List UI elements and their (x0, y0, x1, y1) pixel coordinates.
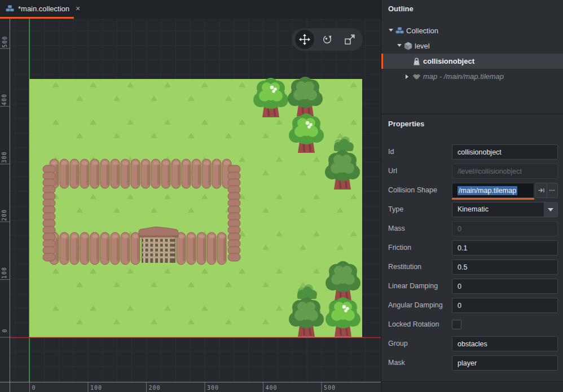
angular-damping-value: 0 (458, 302, 461, 310)
chevron-down-icon (548, 208, 553, 212)
collection-icon (6, 5, 14, 13)
ruler-x-label: 500 (324, 385, 336, 391)
expand-caret-icon[interactable] (406, 74, 408, 79)
ruler-x-label: 100 (90, 385, 102, 391)
tab-close-icon[interactable]: × (76, 5, 80, 12)
property-label-angular-damping: Angular Damping (388, 298, 443, 313)
mass-input[interactable]: 0 (452, 221, 558, 236)
ruler-y-label: 200 (2, 209, 8, 221)
outline-row-collection[interactable]: Collection (381, 23, 563, 38)
ruler-x-label: 400 (266, 385, 278, 391)
property-label-mask: Mask (388, 355, 405, 371)
move-icon (299, 34, 310, 45)
properties-title: Properties (388, 120, 424, 128)
group-value: obstacles (458, 340, 487, 348)
restitution-value: 0.5 (458, 263, 467, 271)
collision-shape-input[interactable]: /main/map.tilemap (452, 183, 534, 198)
ruler-x-label: 300 (207, 385, 219, 391)
ruler-x-label: 0 (32, 385, 36, 391)
id-input[interactable]: collisionobject (452, 144, 558, 160)
outline-title: Outline (388, 5, 414, 13)
outline-item-label: collisionobject (423, 54, 474, 69)
panel-footer (381, 381, 563, 392)
property-label-locked-rotation: Locked Rotation (388, 317, 439, 332)
rotate-tool-button[interactable] (318, 30, 337, 49)
modified-underline (452, 198, 534, 200)
tilemap-icon (412, 72, 421, 83)
locked-rotation-checkbox[interactable] (452, 320, 461, 329)
collapse-caret-icon[interactable] (389, 29, 393, 32)
collection-icon (395, 27, 404, 37)
tab-bar: *main.collection × (0, 0, 381, 19)
ellipsis-icon (548, 187, 556, 194)
fence-gate (139, 227, 178, 263)
linear-damping-value: 0 (458, 283, 461, 290)
scale-tool-button[interactable] (340, 30, 359, 49)
outline-row-map[interactable]: map - /main/map.tilemap (381, 69, 563, 84)
ruler-x-label: 200 (149, 385, 161, 391)
right-panel: Outline Collectionlevelcollisionobjectma… (381, 0, 563, 392)
url-value: /level#collisionobject (458, 168, 522, 175)
type-value: Kinematic (458, 202, 489, 217)
property-label-restitution: Restitution (388, 259, 421, 275)
dropdown-arrow-button[interactable] (543, 202, 557, 217)
type-dropdown[interactable]: Kinematic (452, 202, 558, 217)
property-label-type: Type (388, 202, 403, 217)
property-label-group: Group (388, 336, 408, 351)
defold-editor-window: *main.collection × 010020030040050001002… (0, 0, 563, 392)
ruler-y-label: 400 (2, 94, 8, 105)
x-axis-line (10, 337, 381, 338)
id-value: collisionobject (458, 148, 502, 156)
open-resource-button[interactable] (536, 183, 547, 197)
angular-damping-input[interactable]: 0 (452, 298, 558, 313)
mass-value: 0 (458, 225, 461, 233)
panel-divider (381, 113, 563, 114)
mask-value: player (458, 359, 477, 367)
collision-shape-value: /main/map.tilemap (458, 186, 517, 195)
browse-resource-button[interactable] (547, 183, 558, 197)
tab-main-collection[interactable]: *main.collection × (0, 0, 86, 17)
scale-icon (344, 34, 355, 45)
outline-row-level[interactable]: level (381, 38, 563, 54)
property-label-mass: Mass (388, 221, 405, 236)
collision-shape-buttons (535, 183, 558, 198)
tab-label: *main.collection (18, 5, 69, 13)
outline-item-label: map - /main/map.tilemap (423, 69, 504, 84)
property-label-linear-damping: Linear Damping (388, 279, 438, 294)
ruler-y-label: 500 (2, 36, 8, 47)
scene-toolbar (292, 28, 363, 51)
mask-input[interactable]: player (452, 355, 558, 371)
collision-object-icon (412, 57, 421, 68)
property-label-friction: Friction (388, 240, 411, 256)
property-label-url: Url (388, 164, 397, 179)
outline-item-label: level (415, 38, 430, 54)
ruler-y-label: 100 (2, 267, 8, 279)
rotate-icon (322, 34, 333, 45)
move-tool-button[interactable] (295, 30, 314, 49)
game-object-icon (404, 42, 412, 52)
selected-row-accent (381, 54, 383, 69)
outline-item-label: Collection (406, 23, 438, 38)
outline-row-collisionobject[interactable]: collisionobject (381, 54, 563, 69)
collapse-caret-icon[interactable] (397, 44, 402, 47)
property-label-collision-shape: Collision Shape (388, 183, 437, 198)
friction-value: 0.1 (458, 244, 467, 252)
ruler-y-label: 0 (2, 328, 8, 332)
url-input[interactable]: /level#collisionobject (452, 164, 558, 179)
group-input[interactable]: obstacles (452, 336, 558, 351)
ruler-y-label: 300 (2, 151, 8, 163)
jump-to-icon (538, 187, 545, 194)
scene-viewport[interactable]: 01002003004005000100200300400500 (0, 19, 381, 392)
restitution-input[interactable]: 0.5 (452, 259, 558, 275)
friction-input[interactable]: 0.1 (452, 240, 558, 256)
property-label-id: Id (388, 144, 394, 160)
linear-damping-input[interactable]: 0 (452, 279, 558, 294)
